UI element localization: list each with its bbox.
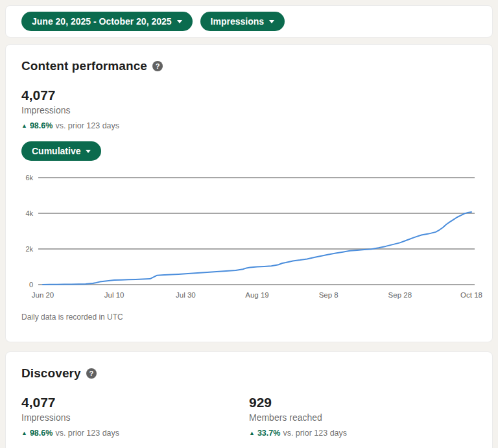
filter-bar: June 20, 2025 - October 20, 2025 Impress…: [5, 5, 493, 38]
svg-text:6k: 6k: [25, 174, 33, 182]
cumulative-dropdown[interactable]: Cumulative: [21, 141, 101, 161]
metric-value: 4,077: [21, 88, 477, 103]
help-icon[interactable]: ?: [86, 368, 97, 379]
svg-text:Jul 10: Jul 10: [104, 291, 124, 299]
trend-indicator: ▲ 98.6% vs. prior 123 days: [21, 429, 249, 438]
trend-percent: 98.6%: [30, 429, 53, 438]
svg-text:Sep 8: Sep 8: [319, 291, 338, 299]
svg-text:Jun 20: Jun 20: [32, 291, 54, 299]
help-icon[interactable]: ?: [152, 61, 163, 71]
svg-text:2k: 2k: [25, 245, 33, 253]
metric-label: Members reached: [249, 412, 477, 423]
chevron-down-icon: [86, 150, 91, 153]
trend-up-icon: ▲: [21, 430, 27, 436]
card-title: Content performance: [21, 59, 147, 73]
svg-text:Aug 19: Aug 19: [245, 291, 268, 299]
chevron-down-icon: [269, 20, 274, 23]
trend-percent: 98.6%: [30, 121, 53, 130]
chevron-down-icon: [177, 20, 182, 23]
content-performance-card: Content performance ? 4,077 Impressions …: [5, 44, 493, 342]
metric-label: Impressions: [21, 105, 477, 115]
metric-value: 929: [249, 395, 477, 410]
content-performance-header: Content performance ?: [21, 59, 477, 73]
trend-suffix: vs. prior 123 days: [55, 121, 119, 130]
trend-indicator: ▲ 33.7% vs. prior 123 days: [249, 429, 477, 438]
metric-label: Impressions: [21, 412, 249, 423]
metric-label: Impressions: [211, 16, 264, 27]
discovery-metrics: 4,077 Impressions ▲ 98.6% vs. prior 123 …: [21, 395, 477, 438]
discovery-card: Discovery ? 4,077 Impressions ▲ 98.6% vs…: [5, 351, 493, 448]
svg-text:Jul 30: Jul 30: [176, 291, 196, 299]
impressions-chart: 02k4k6kJun 20Jul 10Jul 30Aug 19Sep 8Sep …: [21, 170, 477, 305]
date-range-dropdown[interactable]: June 20, 2025 - October 20, 2025: [21, 12, 193, 31]
svg-text:Oct 18: Oct 18: [460, 291, 482, 299]
trend-suffix: vs. prior 123 days: [55, 429, 119, 438]
trend-up-icon: ▲: [249, 430, 255, 436]
metric-dropdown[interactable]: Impressions: [200, 12, 285, 31]
cumulative-label: Cumulative: [32, 146, 80, 156]
trend-percent: 33.7%: [257, 429, 280, 438]
date-range-label: June 20, 2025 - October 20, 2025: [32, 16, 172, 27]
discovery-header: Discovery ?: [21, 366, 477, 381]
trend-suffix: vs. prior 123 days: [283, 429, 347, 438]
line-chart-svg: 02k4k6kJun 20Jul 10Jul 30Aug 19Sep 8Sep …: [21, 170, 488, 305]
svg-text:4k: 4k: [25, 209, 33, 217]
trend-indicator: ▲ 98.6% vs. prior 123 days: [21, 121, 477, 130]
metric-value: 4,077: [21, 395, 249, 410]
chart-footnote: Daily data is recorded in UTC: [21, 312, 477, 322]
svg-text:Sep 28: Sep 28: [388, 291, 412, 299]
card-title: Discovery: [21, 366, 81, 381]
members-reached-metric: 929 Members reached ▲ 33.7% vs. prior 12…: [249, 395, 477, 438]
impressions-metric: 4,077 Impressions ▲ 98.6% vs. prior 123 …: [21, 88, 477, 130]
impressions-metric: 4,077 Impressions ▲ 98.6% vs. prior 123 …: [21, 395, 249, 438]
svg-text:0: 0: [29, 281, 33, 289]
trend-up-icon: ▲: [21, 123, 27, 129]
